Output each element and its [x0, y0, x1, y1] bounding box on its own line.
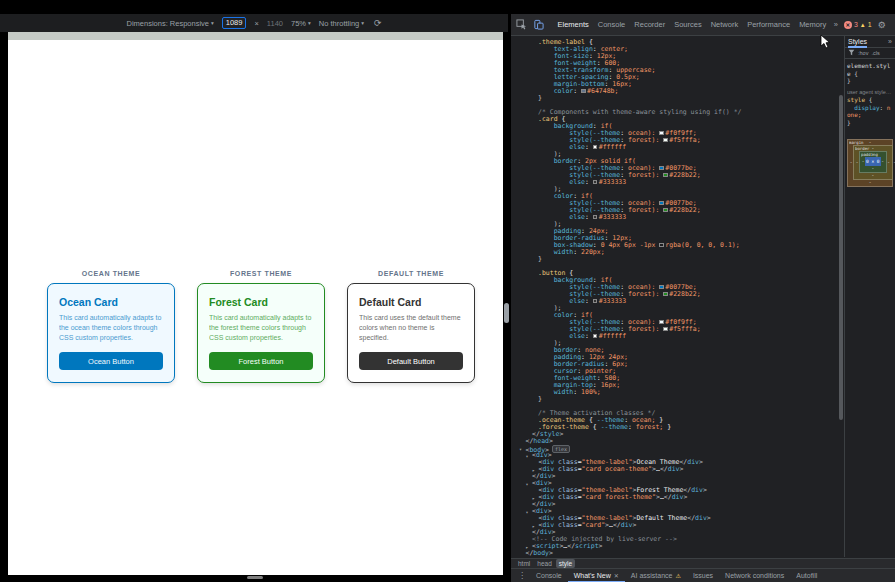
css-source-line[interactable]: } — [511, 256, 844, 263]
dimensions-selector[interactable]: Dimensions: Responsive ▾ — [126, 19, 213, 28]
devtools-drawer: ⋮ ConsoleWhat's New✕AI assistance⚠Issues… — [511, 568, 895, 582]
style-rule[interactable]: style { display: none;} — [847, 96, 893, 126]
device-toolbar-toggle-icon[interactable] — [530, 19, 547, 30]
box-model-padding[interactable]: padding - - 0 × 0 - - — [859, 151, 887, 173]
devtools-tab-elements[interactable]: Elements — [553, 14, 593, 36]
throttling-value: No throttling — [319, 19, 359, 28]
chevron-down-icon: ▾ — [308, 20, 311, 26]
throttling-selector[interactable]: No throttling ▾ — [319, 19, 364, 28]
tab-styles[interactable]: Styles — [848, 36, 867, 48]
device-toolbar: Dimensions: Responsive ▾ 1089 × 1140 75%… — [0, 0, 508, 32]
css-source-line[interactable]: } — [511, 396, 844, 403]
warning-icon: ▲ — [860, 22, 866, 28]
dom-tree-node[interactable]: ▸<script>…</script> — [511, 543, 844, 550]
drawer-tab-autofill[interactable]: Autofill — [790, 569, 823, 582]
chevron-down-icon: ▾ — [361, 20, 364, 26]
viewport-top-strip — [8, 32, 503, 40]
devtools-tab-recorder[interactable]: Recorder — [630, 14, 670, 36]
card-title: Ocean Card — [59, 296, 163, 308]
drawer-tab-label: Issues — [693, 569, 713, 582]
demo-card: Ocean CardThis card automatically adapts… — [47, 283, 175, 383]
drawer-tab-what-s-new[interactable]: What's New✕ — [568, 569, 625, 582]
border-right-value: - — [887, 160, 891, 165]
theme-label: FOREST THEME — [197, 270, 325, 277]
padding-label: padding — [861, 152, 878, 157]
dom-tree-node[interactable]: ▸<div class="card">…</div> — [511, 522, 844, 529]
devtools-tab-memory[interactable]: Memory — [795, 14, 831, 36]
devtools-tab-sources[interactable]: Sources — [670, 14, 707, 36]
ai-warning-icon: ⚠ — [675, 569, 680, 582]
dom-tree-node[interactable]: ▸<div class="card ocean-theme">…</div> — [511, 466, 844, 473]
dom-tree-node[interactable]: ▸<div class="card forest-theme">…</div> — [511, 494, 844, 501]
elements-tree: .theme-label { text-align: center; font-… — [511, 36, 844, 557]
viewport-height-input[interactable]: 1140 — [267, 19, 283, 28]
demo-card: Forest CardThis card automatically adapt… — [197, 283, 325, 383]
drawer-kebab-icon[interactable]: ⋮ — [514, 571, 530, 580]
drawer-tab-issues[interactable]: Issues — [687, 569, 719, 582]
style-rule[interactable]: element.style {} — [847, 62, 893, 85]
breadcrumb-style[interactable]: style — [556, 559, 575, 568]
css-source-line[interactable]: color: #64748b; — [511, 88, 844, 95]
margin-bottom-value: - — [849, 180, 891, 185]
kebab-menu-icon[interactable]: ⋮ — [889, 20, 895, 30]
card-button[interactable]: Ocean Button — [59, 352, 163, 370]
devtools-tab-console[interactable]: Console — [593, 14, 630, 36]
screenshot-root: Dimensions: Responsive ▾ 1089 × 1140 75%… — [0, 0, 895, 582]
devtools-tab-network[interactable]: Network — [706, 14, 743, 36]
rotate-viewport-icon[interactable]: ⟳ — [374, 18, 382, 28]
card-body: This card automatically adapts to the fo… — [209, 313, 313, 343]
sidebar-overflow-icon[interactable]: » — [888, 38, 892, 45]
drawer-tab-label: Console — [536, 569, 562, 582]
dom-tree-node[interactable]: ▾<body>flex — [511, 445, 844, 452]
dimensions-label: Dimensions: Responsive — [126, 19, 209, 28]
css-source-line[interactable]: width: 100%; — [511, 389, 844, 396]
dom-tree-node[interactable]: </body> — [511, 550, 844, 557]
dom-tree-node[interactable]: </div> — [511, 501, 844, 508]
rule-origin-link[interactable]: user agent stylesheet — [847, 89, 893, 97]
css-source-line[interactable]: width: 220px; — [511, 249, 844, 256]
more-tabs-icon[interactable]: » — [831, 20, 841, 29]
toggle-hover-state[interactable]: :hov — [858, 50, 868, 56]
drawer-tab-label: AI assistance — [631, 569, 673, 582]
devtools-tab-performance[interactable]: Performance — [743, 14, 795, 36]
viewport-width-input[interactable]: 1089 — [222, 17, 247, 29]
close-tab-icon[interactable]: ✕ — [614, 569, 619, 582]
styles-filter-bar: :hov .cls — [845, 48, 895, 59]
demo-card: Default CardThis card uses the default t… — [347, 283, 475, 383]
box-model-border[interactable]: border - - padding - - 0 × 0 — [853, 145, 893, 180]
mouse-cursor — [820, 34, 832, 50]
toggle-classes[interactable]: .cls — [871, 50, 879, 56]
box-model-diagram[interactable]: margin - - border - - padding - — [847, 139, 893, 187]
card-body: This card automatically adapts to the oc… — [59, 313, 163, 343]
theme-section: FOREST THEMEForest CardThis card automat… — [197, 270, 325, 383]
zoom-selector[interactable]: 75% ▾ — [291, 19, 311, 28]
drawer-tab-ai-assistance[interactable]: AI assistance⚠ — [625, 569, 687, 582]
chevron-down-icon: ▾ — [211, 20, 214, 26]
dom-tree-node[interactable]: </div> — [511, 473, 844, 480]
viewport-scrollbar-thumb[interactable] — [504, 303, 509, 323]
issues-badges[interactable]: ✕ 3 ▲ 1 — [841, 21, 875, 29]
box-model-content-size[interactable]: 0 × 0 — [865, 157, 881, 166]
styles-rules-list: element.style {}user agent stylesheetsty… — [845, 59, 895, 131]
box-model-margin[interactable]: margin - - border - - padding - — [847, 139, 893, 187]
card-button[interactable]: Default Button — [359, 352, 463, 370]
drawer-tab-console[interactable]: Console — [530, 569, 568, 582]
dom-breadcrumb: htmlheadstyle — [511, 558, 895, 568]
gear-icon[interactable]: ⚙ — [875, 20, 889, 30]
breadcrumb-html[interactable]: html — [515, 559, 533, 568]
dom-tree-node[interactable]: </style> — [511, 431, 844, 438]
inspect-icon[interactable] — [513, 19, 530, 30]
theme-cards-row: OCEAN THEMEOcean CardThis card automatic… — [47, 270, 475, 383]
horizontal-scrollbar-pill[interactable] — [247, 576, 263, 579]
card-title: Forest Card — [209, 296, 313, 308]
padding-right-value: - — [881, 159, 885, 164]
filter-funnel-icon[interactable] — [848, 49, 855, 57]
css-source-line[interactable]: } — [511, 95, 844, 102]
devtools-tabs: ElementsConsoleRecorderSourcesNetworkPer… — [553, 14, 831, 36]
theme-section: DEFAULT THEMEDefault CardThis card uses … — [347, 270, 475, 383]
card-button[interactable]: Forest Button — [209, 352, 313, 370]
drawer-tab-network-conditions[interactable]: Network conditions — [719, 569, 790, 582]
dom-tree-node[interactable]: </head> — [511, 438, 844, 445]
devtools-tabbar: ElementsConsoleRecorderSourcesNetworkPer… — [511, 14, 895, 36]
breadcrumb-head[interactable]: head — [534, 559, 554, 568]
